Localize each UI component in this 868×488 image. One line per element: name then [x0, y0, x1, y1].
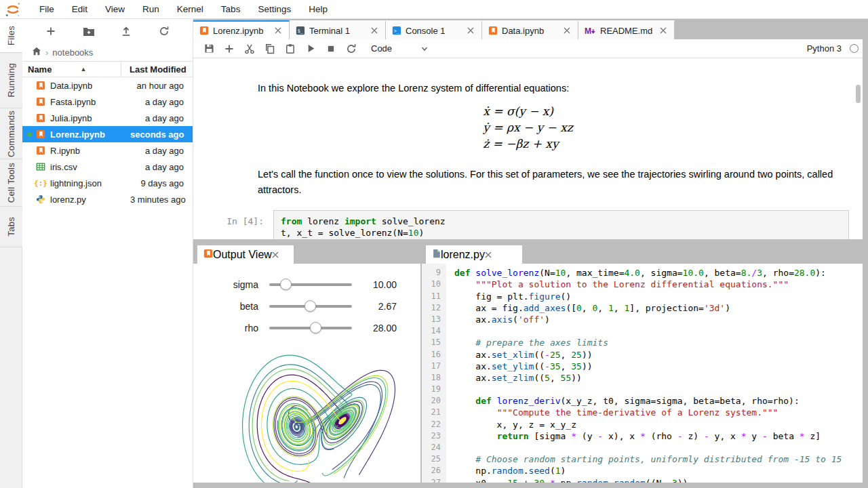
- notebook-icon: [35, 81, 46, 90]
- file-row-iris-csv[interactable]: iris.csva day ago: [22, 159, 193, 175]
- console-icon: >_: [392, 26, 401, 35]
- cell-type-dropdown[interactable]: Code: [371, 43, 392, 54]
- svg-text:M: M: [585, 26, 591, 35]
- dock-tab-console-1[interactable]: >_Console 1: [386, 20, 482, 39]
- slider-label: sigma: [193, 279, 258, 290]
- tab-lorenz-py[interactable]: lorenz.py: [426, 245, 522, 264]
- paste-button[interactable]: [280, 41, 300, 57]
- file-name: iris.csv: [50, 162, 130, 172]
- tab-output-view[interactable]: Output View: [197, 245, 294, 264]
- close-icon[interactable]: [561, 25, 572, 36]
- slider-handle[interactable]: [310, 322, 321, 333]
- slider-track[interactable]: [269, 300, 352, 312]
- dock-tab-readme-md[interactable]: MREADME.md: [578, 20, 675, 39]
- file-name: Fasta.ipynb: [50, 97, 130, 107]
- chevron-down-icon[interactable]: [420, 45, 429, 53]
- menu-tabs[interactable]: Tabs: [212, 0, 250, 19]
- file-row-data-ipynb[interactable]: Data.ipynban hour ago: [22, 77, 193, 94]
- line-number: 23: [422, 430, 446, 442]
- editor-line: 12 ax = fig.add_axes([0, 0, 1, 1], proje…: [422, 302, 863, 314]
- sidebar-tab-commands[interactable]: Commands: [0, 108, 22, 159]
- dock-bottom-edge: [193, 483, 868, 488]
- file-name: Data.ipynb: [50, 81, 130, 91]
- file-name: Lorenz.ipynb: [50, 129, 130, 140]
- file-row-fasta-ipynb[interactable]: Fasta.ipynba day ago: [22, 94, 193, 110]
- slider-value: 28.00: [361, 323, 397, 333]
- file-row-r-ipynb[interactable]: R.ipynba day ago: [22, 142, 193, 159]
- menu-run[interactable]: Run: [134, 0, 168, 19]
- slider-group: sigma10.00beta2.67rho28.00: [193, 274, 420, 339]
- save-button[interactable]: [199, 41, 219, 57]
- close-icon[interactable]: [465, 25, 476, 36]
- dock-tab-bar: Lorenz.ipynb$_Terminal 1>_Console 1Data.…: [193, 19, 868, 39]
- slider-handle[interactable]: [304, 300, 316, 312]
- file-row-lorenz-ipynb[interactable]: Lorenz.ipynbseconds ago: [22, 126, 193, 142]
- sidebar-tab-label: Tabs: [6, 217, 16, 237]
- insert-cell-button[interactable]: [219, 41, 239, 57]
- svg-text:>_: >_: [394, 28, 400, 34]
- new-folder-button[interactable]: [80, 22, 98, 40]
- refresh-button[interactable]: [155, 22, 173, 40]
- slider-track[interactable]: [269, 279, 352, 291]
- menu-help[interactable]: Help: [300, 0, 336, 19]
- editor-line: 22 x, y, z = x_y_z: [422, 419, 863, 430]
- kernel-name[interactable]: Python 3: [807, 43, 842, 54]
- file-modified: a day ago: [130, 97, 193, 107]
- dock-tab-lorenz-ipynb[interactable]: Lorenz.ipynb: [193, 20, 290, 39]
- menu-view[interactable]: View: [96, 0, 134, 19]
- menu-file[interactable]: File: [31, 0, 63, 19]
- dock-tab-data-ipynb[interactable]: Data.ipynb: [482, 20, 578, 39]
- stop-button[interactable]: [321, 41, 341, 57]
- file-row-lightning-json[interactable]: {:}lightning.json9 days ago: [22, 175, 193, 191]
- code-line: t, x_t = solve_lorenz(N=10): [281, 227, 842, 239]
- close-icon[interactable]: [369, 25, 380, 36]
- new-launcher-button[interactable]: [42, 22, 60, 40]
- close-icon[interactable]: [485, 249, 492, 261]
- editor-line: 13 ax.axis('off'): [422, 314, 863, 325]
- dock-tab-terminal-1[interactable]: $_Terminal 1: [290, 20, 386, 39]
- file-modified: a day ago: [130, 162, 193, 172]
- menu-edit[interactable]: Edit: [63, 0, 96, 19]
- cut-button[interactable]: [239, 41, 260, 57]
- line-number: 21: [422, 407, 446, 418]
- close-icon[interactable]: [272, 249, 279, 261]
- notebook-icon: [35, 113, 46, 123]
- notebook-scrollbar-thumb[interactable]: [856, 85, 861, 103]
- line-code: [446, 384, 460, 395]
- sidebar-tab-cell-tools[interactable]: Cell Tools: [0, 159, 22, 207]
- run-button[interactable]: [300, 41, 321, 57]
- column-header-modified[interactable]: Last Modified: [121, 64, 186, 75]
- breadcrumb: › notebooks: [22, 43, 193, 61]
- column-header-name[interactable]: Name ▲: [22, 62, 121, 77]
- code-cell-input[interactable]: from lorenz import solve_lorenzt, x_t = …: [273, 210, 849, 239]
- restart-button[interactable]: [341, 41, 361, 57]
- slider-track[interactable]: [269, 322, 352, 334]
- home-icon[interactable]: [32, 47, 41, 58]
- upload-button[interactable]: [117, 22, 135, 40]
- file-row-julia-ipynb[interactable]: Julia.ipynba day ago: [22, 110, 193, 126]
- editor-line: 10 """Plot a solution to the Lorenz diff…: [422, 279, 863, 290]
- sidebar-tab-files[interactable]: Files: [0, 19, 23, 53]
- kernel-status-icon[interactable]: [850, 44, 859, 53]
- slider-handle[interactable]: [280, 279, 292, 290]
- breadcrumb-path[interactable]: notebooks: [52, 47, 93, 58]
- file-name: lorenz.py: [50, 195, 130, 205]
- file-browser-toolbar: [22, 19, 193, 43]
- close-icon[interactable]: [273, 25, 283, 36]
- file-browser: › notebooks Name ▲ Last Modified Data.ip…: [22, 19, 193, 488]
- line-code: return [sigma * (y - x), x * (rho - z) -…: [446, 430, 821, 442]
- editor-line: 16 ax.set_xlim((-25, 25)): [422, 349, 863, 361]
- sidebar-tab-tabs[interactable]: Tabs: [0, 207, 22, 247]
- file-row-lorenz-py[interactable]: lorenz.py3 minutes ago: [22, 191, 193, 207]
- copy-button[interactable]: [260, 41, 280, 57]
- slider-label: beta: [193, 301, 258, 312]
- menu-settings[interactable]: Settings: [249, 0, 300, 19]
- markdown-cell-intro[interactable]: In this Notebook we explore the Lorenz s…: [258, 83, 842, 94]
- dock-panel: Lorenz.ipynb$_Terminal 1>_Console 1Data.…: [193, 19, 868, 488]
- close-icon[interactable]: [658, 25, 669, 36]
- equation-block[interactable]: ẋ = σ(y − x)ẏ = ρx − y − xzż = −βz + xy: [193, 103, 863, 152]
- menu-kernel[interactable]: Kernel: [168, 0, 212, 19]
- code-editor[interactable]: 8 9def solve_lorenz(N=10, max_time=4.0, …: [422, 264, 863, 488]
- markdown-cell-description[interactable]: Let's call the function once to view the…: [258, 167, 842, 198]
- sidebar-tab-running[interactable]: Running: [0, 53, 22, 108]
